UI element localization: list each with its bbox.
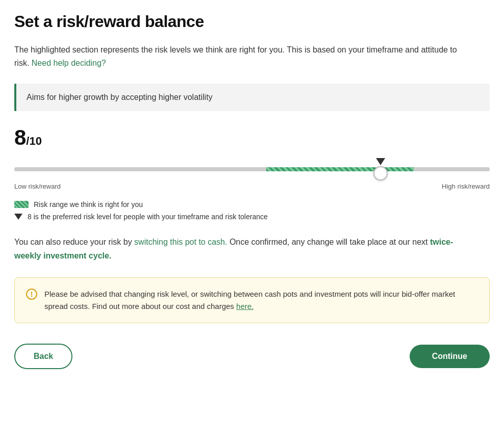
slider-thumb-container [373,158,388,180]
legend-arrow-icon [14,214,22,220]
legend-preferred-item: 8 is the preferred risk level for people… [14,213,490,221]
legend-range-label: Risk range we think is right for you [34,200,143,209]
track-inactive-left [14,167,266,171]
legend-range-item: Risk range we think is right for you [14,200,490,209]
label-low: Low risk/reward [14,183,61,190]
switch-to-cash-link[interactable]: switching this pot to cash. [134,238,227,246]
description: The highlighted section represents the r… [14,43,473,69]
slider-track [14,167,490,171]
risk-score-value: 8 [14,125,26,149]
risk-score-display: 8/10 [14,125,490,150]
legend: Risk range we think is right for you 8 i… [14,200,490,221]
advisory-text-container: Please be advised that changing risk lev… [44,288,478,313]
highlight-box: Aims for higher growth by accepting high… [14,84,490,111]
legend-pattern-icon [14,201,29,208]
track-active [266,167,414,171]
back-button[interactable]: Back [14,344,72,369]
slider-thumb[interactable] [373,166,388,180]
advisory-icon: ! [26,289,37,300]
advisory-box: ! Please be advised that changing risk l… [14,277,490,323]
label-high: High risk/reward [442,183,490,190]
help-link[interactable]: Need help deciding? [32,59,106,67]
slider-container: Low risk/reward High risk/reward [14,159,490,190]
info-text-mid: Once confirmed, any change will take pla… [230,238,428,246]
info-text-start: You can also reduce your risk by [14,238,132,246]
page-title: Set a risk/reward balance [14,12,490,31]
button-row: Back Continue [14,344,490,369]
slider-wrapper[interactable] [14,159,490,179]
risk-score-out-of: /10 [26,135,42,147]
highlight-text: Aims for higher growth by accepting high… [27,93,213,101]
info-text: You can also reduce your risk by switchi… [14,235,463,263]
track-inactive-right [414,167,490,171]
advisory-link[interactable]: here. [236,302,254,310]
legend-preferred-label: 8 is the preferred risk level for people… [28,213,268,221]
slider-arrow-icon [376,158,385,165]
continue-button[interactable]: Continue [410,345,490,368]
slider-labels: Low risk/reward High risk/reward [14,183,490,190]
